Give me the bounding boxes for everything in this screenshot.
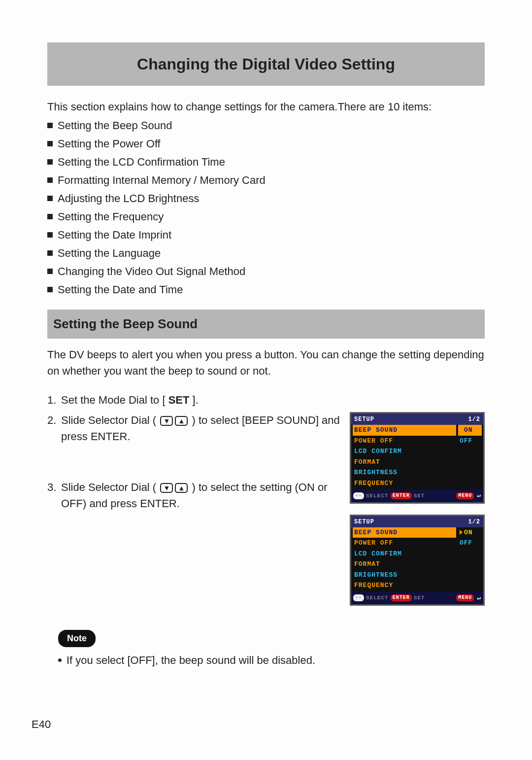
lcd-menu-item: BRIGHTNESS	[353, 467, 456, 478]
lcd-title: SETUP	[354, 415, 374, 424]
intro-text: This section explains how to change sett…	[47, 99, 485, 115]
steps-list: 1. Set the Mode Dial to [ SET ]. 2. Slid…	[47, 392, 485, 606]
lcd-screen-2: SETUP 1/2 BEEP SOUND POWER OFF LCD CONFI…	[350, 515, 485, 606]
lcd-footer-select: SELECT	[366, 594, 389, 602]
step-2: 2. Slide Selector Dial ( ▼▲ ) to select …	[47, 412, 341, 445]
lcd-header: SETUP 1/2	[351, 414, 483, 425]
list-item-label: Setting the Beep Sound	[58, 117, 172, 134]
up-arrow-icon: ▲	[175, 416, 188, 426]
lcd-menu-col: BEEP SOUND POWER OFF LCD CONFIRM FORMAT …	[353, 527, 456, 591]
square-bullet-icon	[47, 141, 53, 146]
list-item-label: Formatting Internal Memory / Memory Card	[58, 172, 266, 188]
lcd-menu-item: POWER OFF	[353, 436, 456, 447]
lcd-footer: ◦◦SELECT ENTERSET MENU↵	[351, 592, 483, 605]
square-bullet-icon	[47, 250, 53, 256]
list-item-label: Setting the Frequency	[58, 208, 164, 225]
note-label: Note	[58, 630, 96, 647]
triangle-right-icon	[460, 530, 463, 535]
page-number: E40	[32, 716, 51, 732]
step-text: Slide Selector Dial ( ▼▲ ) to select [BE…	[61, 412, 341, 445]
note-text: If you select [OFF], the beep sound will…	[66, 652, 315, 668]
step-text-fragment: Set the Mode Dial to [	[61, 394, 168, 406]
lcd-option: OFF	[458, 436, 482, 447]
lcd-option-label: ON	[464, 529, 473, 536]
return-icon: ↵	[477, 593, 481, 603]
step-text-fragment: ].	[189, 394, 198, 406]
lcd-chip-menu-icon: MENU	[456, 492, 474, 499]
lcd-body: BEEP SOUND POWER OFF LCD CONFIRM FORMAT …	[351, 527, 483, 592]
lcd-chip-selector-icon: ◦◦	[353, 492, 364, 499]
list-item-label: Adjusting the LCD Brightness	[58, 190, 199, 207]
square-bullet-icon	[47, 287, 53, 292]
step-text-fragment: Slide Selector Dial (	[61, 481, 159, 493]
square-bullet-icon	[47, 123, 53, 128]
list-item: Adjusting the LCD Brightness	[47, 190, 485, 207]
list-item: Setting the Date and Time	[47, 281, 485, 298]
lcd-footer-select: SELECT	[366, 492, 389, 500]
lcd-option: OFF	[458, 538, 482, 549]
square-bullet-icon	[47, 214, 53, 219]
lcd-footer: ◦◦SELECT ENTERSET MENU↵	[351, 489, 483, 502]
note-item: If you select [OFF], the beep sound will…	[58, 652, 485, 668]
square-bullet-icon	[47, 232, 53, 238]
step-text-bold: SET	[168, 394, 190, 406]
square-bullet-icon	[47, 269, 53, 274]
lcd-menu-item: FREQUENCY	[353, 580, 456, 591]
square-bullet-icon	[47, 196, 53, 201]
lcd-body: BEEP SOUND POWER OFF LCD CONFIRM FORMAT …	[351, 425, 483, 489]
list-item-label: Setting the Language	[58, 245, 161, 261]
lcd-screen-1: SETUP 1/2 BEEP SOUND POWER OFF LCD CONFI…	[350, 412, 485, 504]
up-arrow-icon: ▲	[175, 483, 188, 493]
lcd-page: 1/2	[468, 518, 480, 526]
lcd-option-selected: ON	[458, 527, 482, 538]
step-number: 2.	[47, 412, 61, 428]
list-item: Setting the LCD Confirmation Time	[47, 154, 485, 170]
lcd-menu-item: POWER OFF	[353, 538, 456, 549]
step-text: Slide Selector Dial ( ▼▲ ) to select the…	[61, 479, 341, 512]
return-icon: ↵	[477, 491, 481, 501]
lcd-chip-menu-icon: MENU	[456, 594, 474, 601]
list-item-label: Setting the Power Off	[58, 136, 161, 152]
lcd-menu-item: BRIGHTNESS	[353, 570, 456, 581]
square-bullet-icon	[47, 159, 53, 165]
lcd-page: 1/2	[468, 415, 480, 424]
lcd-menu-item: FORMAT	[353, 457, 456, 468]
step-1: 1. Set the Mode Dial to [ SET ].	[47, 392, 485, 408]
lcd-menu-item-selected: BEEP SOUND	[353, 425, 456, 436]
step-3: 3. Slide Selector Dial ( ▼▲ ) to select …	[47, 479, 341, 512]
lcd-chip-enter-icon: ENTER	[391, 594, 412, 601]
list-item-label: Setting the Date and Time	[58, 281, 183, 298]
lcd-footer-set: SET	[414, 594, 425, 602]
list-item: Setting the Power Off	[47, 136, 485, 152]
manual-page: Changing the Digital Video Setting This …	[0, 0, 532, 760]
lcd-chip-enter-icon: ENTER	[391, 492, 412, 499]
step-text: Set the Mode Dial to [ SET ].	[61, 392, 485, 408]
list-item: Setting the Language	[47, 245, 485, 261]
dot-bullet-icon	[58, 658, 62, 662]
lcd-menu-item-selected: BEEP SOUND	[353, 527, 456, 538]
section-paragraph: The DV beeps to alert you when you press…	[47, 346, 485, 379]
step-number: 1.	[47, 392, 61, 408]
section-heading-beep: Setting the Beep Sound	[47, 310, 485, 339]
lcd-title: SETUP	[354, 518, 374, 526]
list-item: Formatting Internal Memory / Memory Card	[47, 172, 485, 188]
lcd-menu-item: LCD CONFIRM	[353, 549, 456, 559]
lcd-menu-item: FREQUENCY	[353, 478, 456, 489]
list-item: Setting the Frequency	[47, 208, 485, 225]
note-block: Note If you select [OFF], the beep sound…	[47, 629, 485, 668]
page-title: Changing the Digital Video Setting	[47, 42, 485, 86]
lcd-header: SETUP 1/2	[351, 516, 483, 527]
lcd-options-col: ON OFF	[458, 425, 482, 488]
list-item: Setting the Beep Sound	[47, 117, 485, 134]
lcd-screens: SETUP 1/2 BEEP SOUND POWER OFF LCD CONFI…	[350, 412, 485, 606]
list-item-label: Setting the LCD Confirmation Time	[58, 154, 225, 170]
list-item-label: Changing the Video Out Signal Method	[58, 263, 245, 279]
step-text-fragment: Slide Selector Dial (	[61, 414, 159, 426]
lcd-menu-col: BEEP SOUND POWER OFF LCD CONFIRM FORMAT …	[353, 425, 456, 488]
list-item-label: Setting the Date Imprint	[58, 227, 171, 243]
list-item: Changing the Video Out Signal Method	[47, 263, 485, 279]
lcd-menu-item: FORMAT	[353, 559, 456, 570]
lcd-footer-set: SET	[414, 492, 425, 500]
steps-left: 2. Slide Selector Dial ( ▼▲ ) to select …	[47, 412, 341, 516]
down-arrow-icon: ▼	[160, 416, 173, 426]
